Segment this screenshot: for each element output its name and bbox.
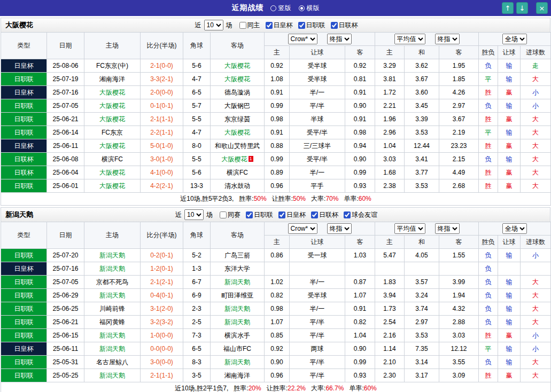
- odds-time-select[interactable]: 终指: [327, 223, 352, 234]
- average-time-select[interactable]: 终指: [435, 223, 460, 234]
- filter-league-1-checkbox[interactable]: [298, 22, 305, 29]
- result-value: 负: [479, 276, 498, 289]
- summary-prefix: 近10场,胜2平1负7,: [175, 385, 228, 392]
- league-badge: 日职联: [1, 302, 47, 316]
- corner-score: 8-0: [183, 139, 211, 153]
- home-team: 大阪樱花: [84, 166, 141, 179]
- odds-value: 半/一: [290, 276, 345, 289]
- odds-value: 2.16: [375, 329, 405, 342]
- average-select[interactable]: 平均值: [394, 223, 425, 234]
- match-row: 日职联25-05-25新潟天鹅2-1(1-1)3-5湘南海洋0.96平/半0.9…: [1, 369, 551, 382]
- move-down-button[interactable]: ↓: [516, 2, 528, 14]
- summary-stat-label: 让胜率:: [267, 385, 288, 392]
- asian-odds-group-header: Crow*终指: [265, 222, 375, 236]
- filter-league-3-checkbox[interactable]: [344, 211, 351, 218]
- away-team: 新潟天鹅: [211, 276, 265, 289]
- odds-value: 0.99: [265, 153, 290, 166]
- match-date: 25-07-20: [47, 249, 84, 262]
- odds-value: 3.41: [405, 153, 439, 166]
- odds-value: 0.96: [265, 179, 290, 193]
- odds-value: 3.62: [405, 59, 439, 73]
- filter-league-2[interactable]: 日联杯: [331, 21, 358, 30]
- col-header-date: 日期: [47, 222, 84, 249]
- scope-select[interactable]: 全场: [502, 34, 527, 44]
- odds-source-select[interactable]: Crow*: [288, 34, 317, 44]
- match-date: 25-06-11: [47, 342, 84, 356]
- result-value: 输: [498, 249, 521, 262]
- corner-score: 4-7: [183, 73, 211, 86]
- filter-recent-label: 近: [195, 21, 201, 30]
- average-time-select[interactable]: 终指: [435, 34, 460, 44]
- filter-same[interactable]: 同主: [239, 21, 260, 30]
- view-option-vertical[interactable]: 竖版: [270, 4, 291, 13]
- filter-league-1[interactable]: 日皇杯: [278, 210, 306, 219]
- match-date: 25-06-01: [47, 179, 84, 193]
- result-value: 大: [521, 276, 551, 289]
- filter-league-2-checkbox[interactable]: [331, 22, 338, 29]
- move-up-button[interactable]: ↑: [502, 2, 514, 14]
- sub-header-home-odds: 主: [265, 46, 290, 59]
- corner-score: 8-3: [183, 356, 211, 369]
- corner-score: 13-3: [183, 179, 211, 193]
- average-select[interactable]: 平均值: [394, 34, 425, 44]
- filter-same-checkbox[interactable]: [239, 22, 246, 29]
- result-value: 输: [498, 59, 521, 73]
- close-button[interactable]: ×: [536, 2, 548, 14]
- filter-league-0[interactable]: 日职联: [246, 210, 273, 219]
- match-date: 25-06-21: [47, 316, 84, 329]
- filter-league-0[interactable]: 日皇杯: [266, 21, 293, 30]
- odds-time-select[interactable]: 终指: [327, 34, 352, 44]
- page-title: 近期战绩: [232, 3, 264, 13]
- scope-select[interactable]: 全场: [502, 223, 527, 234]
- filter-league-1[interactable]: 日职联: [298, 21, 325, 30]
- recent-count-select[interactable]: 10: [184, 209, 204, 220]
- odds-value: 0.94: [345, 139, 375, 153]
- result-value: 大: [521, 179, 551, 193]
- odds-value: 2.21: [375, 99, 405, 113]
- filter-league-1-label: 日职联: [306, 21, 325, 30]
- away-team: 横滨FC: [211, 166, 265, 179]
- filter-league-2-checkbox[interactable]: [311, 211, 318, 218]
- score: 3-2(3-2): [141, 316, 183, 329]
- away-team: 东京绿茵: [211, 113, 265, 126]
- score: 3-0(0-0): [141, 356, 183, 369]
- away-team: 大阪樱花: [211, 59, 265, 73]
- filter-league-2-label: 日联杯: [319, 210, 338, 219]
- odds-value: 0.98: [265, 302, 290, 316]
- result-value: 输: [498, 316, 521, 329]
- radio-icon: [299, 5, 305, 11]
- odds-value: 0.98: [265, 113, 290, 126]
- filter-league-1-checkbox[interactable]: [278, 211, 285, 218]
- away-team: 町田泽维亚: [211, 289, 265, 302]
- home-team: 福冈黄蜂: [84, 316, 141, 329]
- corner-score: 2-3: [183, 302, 211, 316]
- view-option-horizontal[interactable]: 横版: [299, 4, 320, 13]
- col-header-corner: 角球: [183, 33, 211, 59]
- odds-value: 受平/半: [290, 153, 345, 166]
- odds-value: 1.02: [265, 276, 290, 289]
- filter-league-3[interactable]: 球会友谊: [344, 210, 377, 219]
- filter-league-2[interactable]: 日联杯: [311, 210, 338, 219]
- filter-same-checkbox[interactable]: [220, 211, 227, 218]
- summary-stat-label: 单率:: [349, 385, 363, 392]
- topbar-center: 近期战绩 竖版横版: [232, 3, 320, 13]
- result-value: 大: [521, 73, 551, 86]
- filter-same[interactable]: 同赛: [220, 210, 240, 219]
- score: 2-1(0-0): [141, 59, 183, 73]
- odds-source-select[interactable]: Crow*: [288, 223, 317, 234]
- odds-value: 0.92: [345, 59, 375, 73]
- result-value: 赢: [498, 139, 521, 153]
- recent-count-select[interactable]: 10: [204, 20, 223, 30]
- home-team: 新潟天鹅: [84, 329, 141, 342]
- odds-value: 3.14: [405, 356, 439, 369]
- result-value: 小: [521, 249, 551, 262]
- result-value: 大: [521, 302, 551, 316]
- match-row: 日职联25-06-15新潟天鹅1-0(0-0)7-3横滨水手0.85平/半1.0…: [1, 329, 551, 342]
- filter-league-0-checkbox[interactable]: [266, 22, 273, 29]
- result-value: 输: [498, 356, 521, 369]
- match-row: 日联杯25-06-04大阪樱花4-1(0-0)5-6横滨FC0.89半/一0.9…: [1, 166, 551, 179]
- odds-value: 三/三球半: [290, 139, 345, 153]
- league-badge: 日联杯: [1, 166, 47, 179]
- filter-league-0-checkbox[interactable]: [246, 211, 253, 218]
- summary-text: 近10场,胜5平2负3,胜率:50%让胜率:50%大率:70%单率:60%: [1, 193, 551, 206]
